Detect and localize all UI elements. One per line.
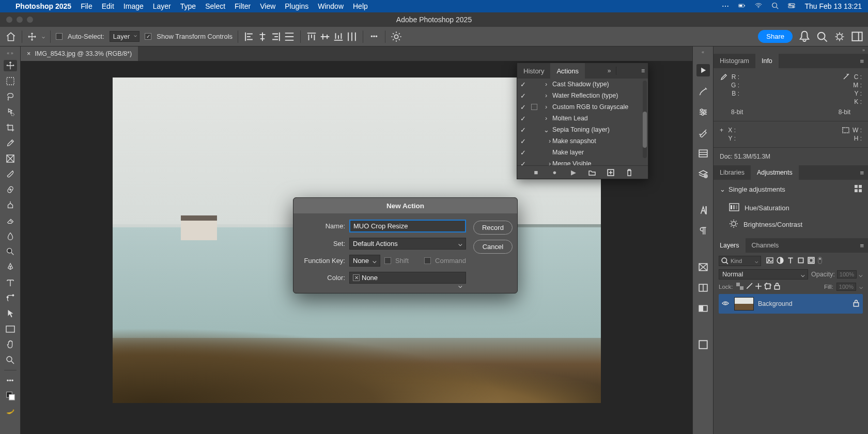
show-transform-checkbox[interactable] [145, 33, 151, 40]
wifi-icon[interactable] [755, 2, 762, 11]
action-row[interactable]: ✓›Water Reflection (type) [517, 90, 648, 101]
layers-tab[interactable]: Layers [714, 238, 746, 253]
pen-tool[interactable] [4, 261, 17, 273]
menu-select[interactable]: Select [205, 2, 225, 10]
info-tab[interactable]: Info [755, 54, 779, 68]
eyedropper-tool[interactable] [4, 137, 17, 149]
traffic-lights[interactable] [0, 17, 33, 23]
action-row[interactable]: ✓⌄Sepia Toning (layer) [517, 124, 648, 135]
fill-input[interactable]: 100% [836, 283, 856, 291]
layer-thumbnail[interactable] [734, 297, 754, 311]
color-dropdown[interactable]: ✕None [349, 272, 466, 284]
navigator-icon[interactable] [698, 261, 709, 273]
action-row[interactable]: ✓›Merge Visible [517, 158, 648, 165]
toolbox-collapse-icon[interactable]: « » [7, 51, 13, 56]
align-left-icon[interactable] [243, 31, 255, 42]
blur-tool[interactable] [4, 230, 17, 242]
layer-name[interactable]: Background [758, 300, 793, 307]
libraries-tab[interactable]: Libraries [714, 165, 751, 180]
history-tab[interactable]: History [517, 63, 550, 79]
brush-tool[interactable] [4, 168, 17, 180]
panel-menu-icon[interactable]: ≡ [638, 67, 648, 74]
auto-select-dropdown[interactable]: Layer [110, 31, 140, 42]
lock-all-icon[interactable] [773, 283, 781, 291]
menu-file[interactable]: File [81, 2, 92, 10]
panel-menu-icon[interactable]: ≡ [856, 242, 868, 250]
gradients-icon[interactable] [698, 303, 709, 314]
align-top-icon[interactable] [306, 31, 317, 42]
visibility-icon[interactable] [722, 300, 730, 308]
filter-image-icon[interactable] [766, 257, 773, 266]
marquee-tool[interactable] [4, 75, 17, 87]
zoom-tool[interactable] [4, 354, 17, 366]
record-button[interactable]: ● [551, 169, 559, 176]
character-panel-icon[interactable] [698, 205, 709, 216]
menu-filter[interactable]: Filter [235, 2, 251, 10]
rectangle-tool[interactable] [4, 323, 17, 335]
filter-type-icon[interactable] [787, 257, 794, 266]
brushes-icon[interactable] [698, 127, 709, 138]
function-key-dropdown[interactable]: None [349, 255, 380, 267]
lock-position-icon[interactable] [755, 283, 762, 291]
menu-plugins[interactable]: Plugins [285, 2, 308, 10]
brush-settings-icon[interactable] [698, 86, 709, 97]
clone-tool[interactable] [4, 199, 17, 211]
layer-background[interactable]: Background [719, 294, 863, 314]
distribute-v-icon[interactable] [346, 31, 358, 42]
control-center-icon[interactable] [788, 2, 795, 11]
lasso-tool[interactable] [4, 91, 17, 102]
foreground-background-colors[interactable] [4, 390, 17, 401]
cc-status-icon[interactable]: ⋯ [722, 2, 729, 10]
document-tab[interactable]: × IMG_8543.jpg @ 33.3% (RGB/8*) [21, 47, 138, 61]
search-icon[interactable] [816, 31, 828, 42]
home-button[interactable] [5, 31, 17, 42]
paragraph-panel-icon[interactable] [698, 225, 709, 237]
blend-mode-dropdown[interactable]: Normal [719, 269, 808, 280]
action-row[interactable]: ✓›Custom RGB to Grayscale [517, 101, 648, 113]
panel-collapse-icon[interactable]: » [605, 67, 614, 74]
tool-preset-dropdown[interactable]: ⌵ [42, 34, 45, 39]
brightness-contrast-adjustment[interactable]: Brightness/Contrast [720, 216, 862, 233]
opacity-input[interactable]: 100% [837, 270, 857, 278]
action-row[interactable]: ✓ Make layer [517, 147, 648, 158]
new-action-button[interactable] [607, 169, 614, 176]
actions-scrollbar[interactable] [643, 81, 647, 158]
app-menu[interactable]: Photoshop 2025 [16, 2, 71, 10]
dodge-tool[interactable] [4, 246, 17, 257]
lock-artboard-icon[interactable] [764, 283, 771, 291]
delete-button[interactable] [626, 169, 633, 176]
move-tool[interactable] [4, 60, 17, 71]
hand-tool[interactable] [4, 339, 17, 350]
actions-panel[interactable]: History Actions » ≡ ✓›Cast Shadow (type)… [517, 63, 648, 179]
actions-tab[interactable]: Actions [550, 63, 585, 79]
action-row[interactable]: ✓›Make snapshot [517, 135, 648, 147]
lock-icon[interactable] [853, 300, 860, 308]
shift-checkbox[interactable] [384, 257, 391, 264]
canvas-area[interactable]: History Actions » ≡ ✓›Cast Shadow (type)… [21, 61, 692, 434]
menubar-clock[interactable]: Thu Feb 13 13:21 [804, 2, 862, 10]
gear-icon[interactable] [391, 31, 402, 42]
patterns-icon[interactable] [698, 339, 709, 350]
layer-filter-kind[interactable]: Kind⌵ [719, 256, 761, 266]
record-button[interactable]: Record [473, 221, 513, 235]
align-vcenter-icon[interactable] [319, 31, 331, 42]
menu-layer[interactable]: Layer [153, 2, 171, 10]
panel-menu-icon[interactable]: ≡ [856, 57, 868, 65]
panel-menu-icon[interactable]: ≡ [856, 169, 868, 177]
move-tool-icon[interactable] [27, 32, 37, 41]
crop-tool[interactable] [4, 122, 17, 133]
align-bottom-icon[interactable] [333, 31, 344, 42]
type-tool[interactable] [4, 277, 17, 288]
frame-tool[interactable] [4, 153, 17, 164]
close-tab-icon[interactable]: × [27, 50, 30, 57]
actions-list[interactable]: ✓›Cast Shadow (type) ✓›Water Reflection … [517, 79, 648, 165]
more-options-icon[interactable]: ••• [368, 31, 380, 42]
cancel-button[interactable]: Cancel [473, 240, 513, 254]
properties-icon[interactable] [698, 148, 709, 159]
path-select-tool[interactable] [4, 308, 17, 319]
filter-smart-icon[interactable] [808, 257, 815, 266]
banana-icon[interactable] [4, 406, 17, 417]
name-input[interactable]: MUO Crop Resize [349, 220, 466, 233]
adjustments-icon[interactable] [698, 106, 709, 118]
layers-icon[interactable] [698, 168, 709, 180]
